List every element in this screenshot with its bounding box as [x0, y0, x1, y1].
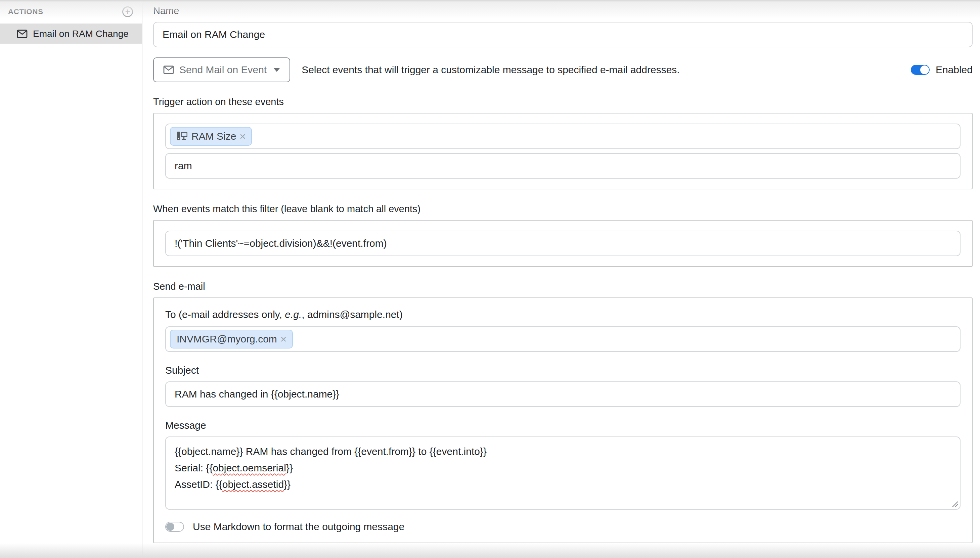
actions-sidebar: ACTIONS + Email on RAM Change [0, 0, 143, 558]
action-type-description: Select events that will trigger a custom… [302, 64, 680, 75]
enabled-toggle-group: Enabled [911, 64, 973, 75]
message-line: AssetID: {{object.assetid}} [175, 476, 951, 492]
trigger-tag-ram-size: RAM Size × [170, 127, 252, 146]
trigger-events-tags-field[interactable]: RAM Size × [165, 123, 960, 149]
toggle-knob [920, 66, 929, 74]
subject-input[interactable] [165, 381, 960, 407]
filter-box [153, 220, 973, 267]
action-type-dropdown[interactable]: Send Mail on Event [153, 57, 290, 82]
resize-handle-icon[interactable] [951, 500, 959, 508]
sidebar-item-label: Email on RAM Change [33, 28, 129, 39]
remove-tag-icon[interactable]: × [281, 334, 287, 345]
name-input[interactable] [153, 22, 973, 48]
name-label: Name [153, 5, 973, 16]
trigger-tag-label: RAM Size [191, 131, 236, 142]
sidebar-header: ACTIONS + [0, 0, 142, 24]
add-action-button[interactable]: + [122, 7, 133, 17]
envelope-icon [163, 66, 174, 74]
sidebar-item-email-on-ram-change[interactable]: Email on RAM Change [0, 24, 142, 44]
envelope-icon [17, 30, 28, 38]
enabled-label: Enabled [936, 64, 973, 75]
markdown-toggle[interactable] [165, 522, 184, 532]
to-label: To (e-mail addresses only, e.g., admins@… [165, 309, 960, 320]
subject-label: Subject [165, 364, 960, 376]
action-type-label: Send Mail on Event [179, 64, 267, 75]
trigger-events-box: RAM Size × [153, 113, 973, 189]
enabled-toggle[interactable] [911, 65, 930, 75]
message-line: Serial: {{object.oemserial}} [175, 460, 951, 476]
send-email-label: Send e-mail [153, 281, 973, 292]
markdown-label: Use Markdown to format the outgoing mess… [193, 521, 404, 532]
toggle-knob [166, 523, 174, 531]
chevron-down-icon [273, 68, 280, 72]
send-email-box: To (e-mail addresses only, e.g., admins@… [153, 297, 973, 543]
name-row: Save Cancel [153, 22, 973, 48]
pc-display-icon [177, 131, 187, 141]
trigger-events-search-input[interactable] [165, 153, 960, 179]
trigger-events-label: Trigger action on these events [153, 96, 973, 107]
filter-input[interactable] [165, 231, 960, 256]
to-tags-field[interactable]: INVMGR@myorg.com × [165, 327, 960, 352]
to-tag-label: INVMGR@myorg.com [177, 333, 277, 345]
sidebar-title: ACTIONS [8, 7, 122, 16]
remove-tag-icon[interactable]: × [240, 131, 246, 142]
action-editor: Name Save Cancel Send Mail on Event Sele… [143, 0, 980, 558]
to-tag-address: INVMGR@myorg.com × [170, 330, 293, 348]
markdown-toggle-row: Use Markdown to format the outgoing mess… [165, 521, 960, 532]
message-textarea[interactable]: {{object.name}} RAM has changed from {{e… [165, 437, 960, 510]
message-line: {{object.name}} RAM has changed from {{e… [175, 443, 951, 460]
action-type-row: Send Mail on Event Select events that wi… [153, 57, 973, 82]
filter-label: When events match this filter (leave bla… [153, 204, 973, 215]
plus-icon: + [125, 7, 130, 16]
message-label: Message [165, 420, 960, 431]
